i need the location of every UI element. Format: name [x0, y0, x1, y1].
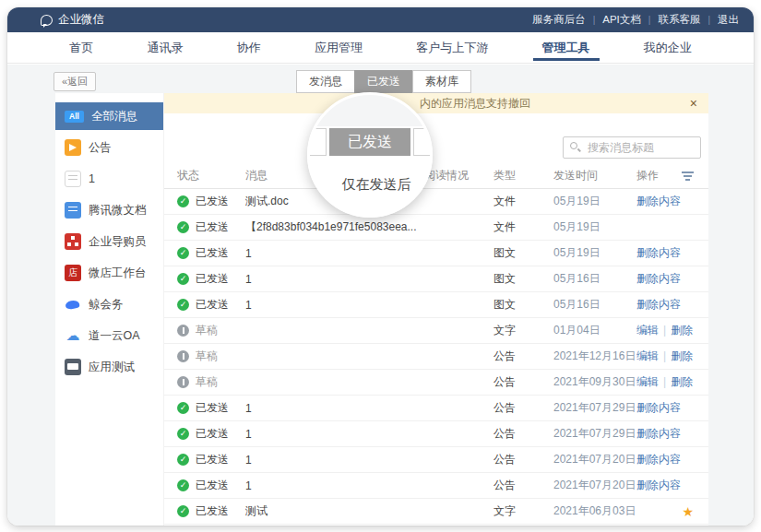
content-area: «返回 发消息已发送素材库 All全部消息公告1腾讯微文档企业导购员店微店工作台…: [7, 65, 754, 526]
action-separator: |: [663, 349, 666, 362]
action-link[interactable]: 删除内容: [636, 427, 681, 440]
nav-tab[interactable]: 客户与上下游: [410, 32, 493, 63]
back-button[interactable]: «返回: [54, 72, 96, 91]
send-date: 05月16日: [553, 271, 636, 287]
status-label: 已发送: [196, 271, 229, 287]
message-title: 1: [245, 479, 424, 492]
message-tabs: 发消息已发送素材库: [297, 70, 471, 93]
actions-cell: 删除内容: [636, 245, 708, 261]
action-link[interactable]: 删除内容: [636, 479, 681, 491]
sidebar-item[interactable]: 店微店工作台: [55, 259, 163, 287]
magnified-sent-tab[interactable]: 已发送: [329, 128, 410, 156]
sidebar-item[interactable]: 公告: [55, 134, 163, 161]
message-tab-button[interactable]: 已发送: [354, 70, 413, 93]
sent-status-icon: ✓: [177, 195, 189, 207]
column-header: 阅读情况: [424, 168, 493, 183]
sent-status-icon: ✓: [177, 428, 189, 440]
topbar-link[interactable]: 退出: [718, 13, 739, 27]
action-link[interactable]: 编辑: [636, 375, 659, 388]
send-date: 2021年06月03日: [553, 503, 636, 519]
action-link[interactable]: 删除内容: [636, 195, 681, 207]
star-icon[interactable]: ★: [682, 504, 694, 519]
action-link[interactable]: 删除: [671, 375, 693, 388]
search-icon: [570, 142, 577, 149]
send-date: 2021年07月20日: [553, 478, 636, 493]
status-label: 草稿: [196, 323, 218, 338]
brand-name: 企业微信: [58, 12, 104, 28]
sidebar-item[interactable]: 企业导购员: [55, 228, 163, 255]
notice-close-icon[interactable]: ×: [690, 93, 697, 113]
message-title: 1: [245, 299, 424, 312]
message-type: 文字: [493, 323, 553, 338]
action-link[interactable]: 删除内容: [636, 401, 681, 414]
column-header-label: 状态: [177, 169, 199, 182]
nav-tab[interactable]: 我的企业: [638, 32, 697, 63]
action-link[interactable]: 删除内容: [636, 272, 681, 285]
nav-tab[interactable]: 应用管理: [309, 32, 368, 63]
brand: 企业微信: [41, 12, 104, 28]
actions-cell: 删除内容: [636, 400, 708, 416]
sidebar-item[interactable]: 1: [55, 165, 163, 193]
message-tab-button[interactable]: 发消息: [296, 70, 355, 93]
action-link[interactable]: 编辑: [636, 349, 659, 362]
topbar-links: 服务商后台|API文档|联系客服|退出: [532, 13, 739, 27]
top-bar: 企业微信 服务商后台|API文档|联系客服|退出: [7, 7, 754, 32]
shop-app-icon: 店: [65, 265, 81, 281]
message-type: 公告: [493, 400, 553, 416]
action-link[interactable]: 编辑: [636, 324, 659, 337]
sidebar-item[interactable]: ☁道一云OA: [55, 322, 163, 349]
magnifier-callout: 已发送 仅在发送后: [307, 92, 433, 218]
search-input[interactable]: [563, 136, 701, 159]
message-title: 测试: [245, 503, 424, 519]
send-date: 2021年07月29日: [553, 400, 636, 416]
action-separator: |: [663, 324, 666, 337]
sidebar-item[interactable]: All全部消息: [55, 102, 163, 130]
sidebar-item-label: 应用测试: [89, 360, 135, 375]
nav-tab[interactable]: 首页: [64, 32, 99, 63]
action-link[interactable]: 删除内容: [636, 453, 681, 466]
action-link[interactable]: 删除: [671, 349, 693, 362]
sidebar-item[interactable]: 腾讯微文档: [55, 196, 163, 224]
sent-status-icon: ✓: [177, 247, 189, 259]
status-label: 已发送: [196, 297, 229, 313]
message-tab-button[interactable]: 素材库: [412, 70, 471, 93]
sidebar-item-label: 公告: [89, 140, 112, 156]
column-header: 状态: [177, 168, 245, 183]
message-type: 图文: [493, 271, 553, 287]
column-header: 操作: [636, 168, 708, 183]
topbar-link[interactable]: API文档: [602, 13, 641, 27]
sidebar-item[interactable]: 应用测试: [55, 353, 163, 381]
filter-icon[interactable]: [681, 171, 694, 181]
action-link[interactable]: 删除内容: [636, 298, 681, 311]
nav-tab[interactable]: 管理工具: [537, 32, 596, 63]
nav-tab[interactable]: 通讯录: [141, 32, 188, 63]
sidebar-item-label: 道一云OA: [89, 328, 140, 344]
wechat-work-logo-icon: [41, 15, 53, 26]
send-date: 2021年12月16日: [553, 349, 636, 364]
actions-cell: 删除内容: [636, 297, 708, 313]
status-label: 已发送: [196, 426, 229, 442]
nav-tab[interactable]: 协作: [232, 32, 267, 63]
send-date: 05月19日: [553, 194, 636, 209]
action-separator: |: [663, 375, 666, 388]
action-link[interactable]: 删除内容: [636, 246, 681, 259]
send-date: 05月19日: [553, 245, 636, 261]
topbar-link[interactable]: 服务商后台: [532, 13, 586, 27]
action-link[interactable]: 删除: [671, 324, 693, 337]
main-nav: 首页通讯录协作应用管理客户与上下游管理工具我的企业: [7, 32, 754, 64]
sidebar-item[interactable]: 鲸会务: [55, 290, 163, 318]
topbar-link-separator: |: [593, 15, 596, 25]
topbar-link[interactable]: 联系客服: [658, 13, 700, 27]
all-messages-badge-icon: All: [65, 111, 84, 123]
search-box: [563, 136, 701, 159]
send-date: 2021年07月29日: [553, 426, 636, 442]
announcement-icon: [65, 139, 81, 156]
actions-cell: 删除内容: [636, 452, 708, 467]
status-label: 草稿: [196, 374, 218, 390]
message-type: 文件: [493, 219, 553, 235]
status-cell: ✓已发送: [177, 400, 245, 416]
table-header: 状态消息阅读情况类型发送时间操作: [164, 163, 708, 189]
send-date: 05月16日: [553, 297, 636, 313]
sidebar-item-label: 全部消息: [91, 109, 137, 124]
column-header: 发送时间: [553, 168, 636, 183]
